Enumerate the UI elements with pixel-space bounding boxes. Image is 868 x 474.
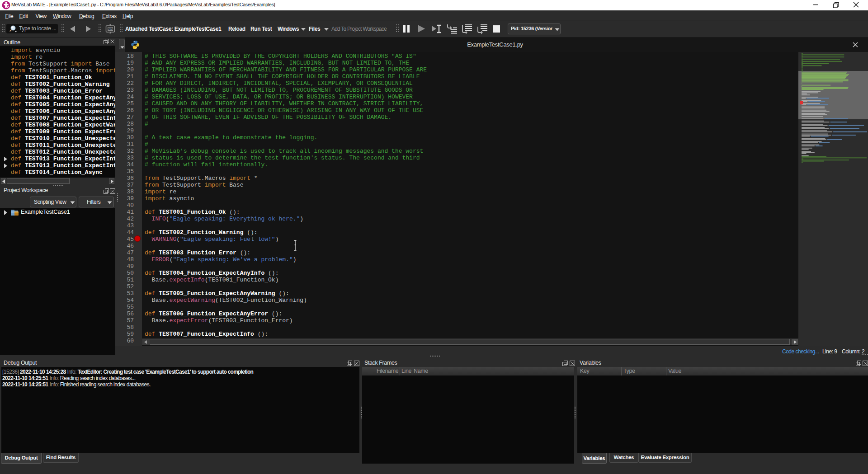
- svg-text:OK: OK: [108, 28, 113, 31]
